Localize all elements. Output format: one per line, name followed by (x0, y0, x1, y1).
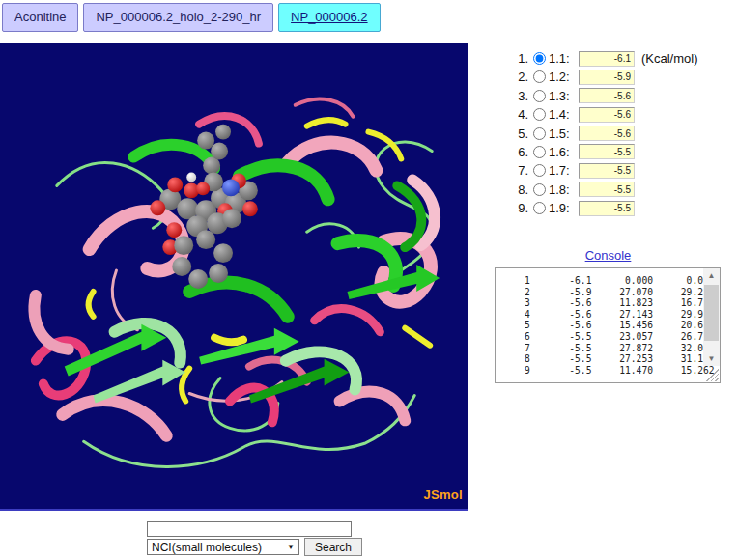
pose-label: 1.9: (549, 201, 575, 215)
jsmol-logo: JSmol (423, 488, 463, 502)
pose-energy-input[interactable] (579, 70, 635, 85)
pose-index: 1. (513, 51, 528, 66)
search-input[interactable] (147, 521, 352, 537)
console-scrollbar[interactable]: ▲ ▼ (703, 268, 720, 366)
energy-unit-label: (Kcal/mol) (641, 51, 698, 66)
tab-np-000006.2[interactable]: NP_000006.2 (278, 3, 381, 32)
pose-row: 8. 1.8: (513, 181, 698, 199)
tab-label: NP_000006.2_holo_2-290_hr (96, 10, 261, 24)
pose-energy-input[interactable] (579, 126, 635, 141)
pose-radio[interactable] (533, 127, 546, 140)
tab-aconitine[interactable]: Aconitine (2, 3, 78, 32)
pose-label: 1.8: (549, 182, 575, 197)
tab-label: NP_000006.2 (291, 10, 368, 24)
jsmol-viewer[interactable]: JSmol (0, 43, 468, 511)
pose-radio[interactable] (533, 146, 546, 158)
pose-row: 6. 1.6: (513, 143, 698, 161)
pose-radio[interactable] (533, 202, 546, 214)
console-link-wrap: Console (495, 248, 722, 263)
pose-radio[interactable] (533, 52, 546, 65)
pose-index: 2. (513, 70, 528, 84)
search-row: NCI(small molecules) ▼ Search (147, 538, 362, 556)
pose-index: 5. (513, 126, 528, 141)
console-text: 1 -6.1 0.000 0.000 2 -5.9 27.070 29.210 … (496, 268, 720, 376)
pose-index: 6. (513, 145, 528, 159)
pose-energy-input[interactable] (579, 51, 635, 67)
pose-row: 5. 1.5: (513, 125, 698, 143)
pose-index: 8. (513, 182, 528, 197)
console-link[interactable]: Console (585, 248, 632, 263)
pose-index: 9. (513, 201, 528, 215)
pose-energy-input[interactable] (579, 201, 635, 216)
pose-row: 4. 1.4: (513, 105, 698, 124)
pose-radio[interactable] (533, 164, 546, 177)
pose-label: 1.6: (549, 145, 575, 159)
tab-bar: Aconitine NP_000006.2_holo_2-290_hr NP_0… (2, 3, 381, 32)
database-select[interactable]: NCI(small molecules) ▼ (147, 539, 299, 555)
pose-row: 1. 1.1: (Kcal/mol) (513, 49, 698, 68)
tab-np-000006.2-holo-2-290-hr[interactable]: NP_000006.2_holo_2-290_hr (83, 3, 273, 32)
pose-label: 1.7: (549, 163, 575, 178)
database-select-value: NCI(small molecules) (152, 541, 262, 554)
tab-label: Aconitine (14, 10, 66, 24)
pose-row: 9. 1.9: (513, 199, 698, 217)
pose-energy-input[interactable] (579, 182, 635, 197)
pose-radio[interactable] (533, 108, 546, 121)
scroll-down-arrow-icon[interactable]: ▼ (703, 351, 720, 366)
pose-label: 1.3: (549, 89, 575, 103)
pose-row: 7. 1.7: (513, 161, 698, 180)
console-output[interactable]: 1 -6.1 0.000 0.000 2 -5.9 27.070 29.210 … (495, 267, 721, 383)
pose-index: 4. (513, 107, 528, 122)
pose-label: 1.5: (549, 126, 575, 141)
search-button[interactable]: Search (304, 538, 362, 556)
pose-label: 1.1: (549, 51, 575, 66)
dropdown-arrow-icon: ▼ (287, 543, 295, 551)
pose-label: 1.4: (549, 107, 575, 122)
pose-energy-input[interactable] (579, 107, 635, 123)
pose-row: 3. 1.3: (513, 87, 698, 105)
pose-label: 1.2: (549, 70, 575, 84)
pose-energy-input[interactable] (579, 88, 635, 103)
pose-radio[interactable] (533, 90, 546, 102)
pose-energy-input[interactable] (579, 163, 635, 179)
pose-radio[interactable] (533, 70, 546, 83)
resize-grip[interactable] (704, 367, 719, 381)
pose-energy-input[interactable] (579, 144, 635, 159)
pose-row: 2. 1.2: (513, 68, 698, 86)
scrollbar-thumb[interactable] (704, 285, 719, 341)
scroll-up-arrow-icon[interactable]: ▲ (703, 268, 720, 283)
pose-list: 1. 1.1: (Kcal/mol) 2. 1.2: 3. 1.3: 4. 1.… (513, 49, 698, 218)
protein-ribbon-render (0, 43, 468, 509)
pose-index: 7. (513, 163, 528, 178)
pose-index: 3. (513, 89, 528, 103)
pose-radio[interactable] (533, 183, 546, 196)
